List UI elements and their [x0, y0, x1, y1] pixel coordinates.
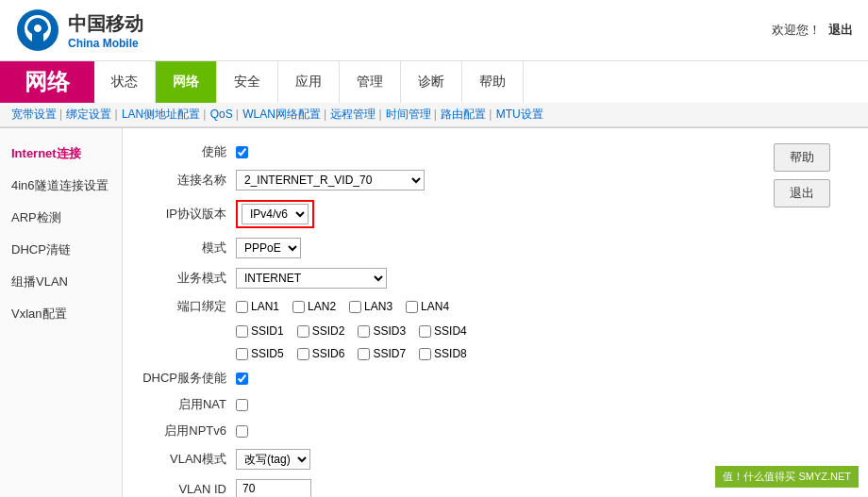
lan4-checkbox[interactable]	[406, 301, 418, 313]
ssid2-control: SSID5 SSID6 SSID7 SSID8	[236, 347, 467, 360]
ssid1-checkbox[interactable]	[236, 325, 248, 338]
ssid6[interactable]: SSID6	[297, 347, 345, 360]
row-conn-name: 连接名称 2_INTERNET_R_VID_70	[142, 170, 849, 191]
ip-protocol-select[interactable]: IPv4/v6 IPv4 IPv6	[242, 204, 309, 224]
nav-item-diagnosis[interactable]: 诊断	[401, 61, 462, 103]
subnav-remote[interactable]: 远程管理	[330, 108, 376, 121]
ssid5[interactable]: SSID5	[236, 347, 284, 360]
row-port-bind: 端口绑定 LAN1 LAN2 LAN3 LAN4	[142, 298, 849, 315]
subnav-broadband[interactable]: 宽带设置	[11, 108, 57, 121]
row-enable: 使能	[142, 143, 849, 160]
ssid2[interactable]: SSID2	[297, 324, 345, 338]
nat-label: 启用NAT	[142, 396, 236, 413]
logout-button[interactable]: 退出	[774, 179, 830, 207]
sidebar-item-dhcp[interactable]: DHCP清链	[0, 234, 122, 266]
row-ssid2: SSID5 SSID6 SSID7 SSID8	[142, 347, 849, 360]
dhcp-label: DHCP服务使能	[142, 370, 236, 387]
subnav-wlan[interactable]: WLAN网络配置	[242, 108, 321, 121]
service-label: 业务模式	[142, 270, 236, 287]
subnav-mtu[interactable]: MTU设置	[496, 108, 543, 121]
nptv6-checkbox[interactable]	[236, 425, 248, 438]
conn-name-label: 连接名称	[142, 172, 236, 189]
btn-group: 帮助 退出	[774, 143, 830, 207]
nav-item-status[interactable]: 状态	[94, 61, 156, 103]
nav-items: 状态 网络 安全 应用 管理 诊断 帮助	[94, 61, 868, 103]
nav-item-management[interactable]: 管理	[340, 61, 401, 103]
china-mobile-logo-icon	[15, 8, 60, 53]
lan3-checkbox[interactable]	[349, 301, 361, 313]
ssid1-control: SSID1 SSID2 SSID3 SSID4	[236, 324, 467, 338]
port-lan1[interactable]: LAN1	[236, 300, 279, 313]
ssid1[interactable]: SSID1	[236, 324, 284, 338]
row-mode: 模式 PPPoE Bridge IPoE	[142, 238, 849, 258]
vlan-id-label: VLAN ID	[142, 482, 236, 496]
nptv6-label: 启用NPTv6	[142, 422, 236, 439]
help-button[interactable]: 帮助	[774, 143, 830, 172]
vlan-id-input[interactable]	[236, 479, 311, 497]
subnav-time[interactable]: 时间管理	[386, 108, 431, 121]
header-logout-link[interactable]: 退出	[828, 23, 853, 37]
ssid3[interactable]: SSID3	[358, 324, 406, 338]
vlan-mode-select[interactable]: 改写(tag) 透传 不处理	[236, 449, 310, 470]
conn-name-select[interactable]: 2_INTERNET_R_VID_70	[236, 170, 425, 191]
mode-select[interactable]: PPPoE Bridge IPoE	[236, 238, 301, 258]
conn-name-control: 2_INTERNET_R_VID_70	[236, 170, 425, 191]
sidebar-item-vlan[interactable]: 组播VLAN	[0, 266, 122, 298]
dhcp-checkbox[interactable]	[236, 373, 248, 385]
row-ssid1: SSID1 SSID2 SSID3 SSID4	[142, 324, 849, 338]
sidebar-item-internet[interactable]: Internet连接	[0, 138, 122, 170]
enable-label: 使能	[142, 143, 236, 160]
vlan-mode-control: 改写(tag) 透传 不处理	[236, 449, 310, 470]
ip-protocol-label: IP协议版本	[142, 206, 236, 223]
lan2-checkbox[interactable]	[292, 301, 305, 313]
ssid6-checkbox[interactable]	[297, 348, 309, 360]
row-service: 业务模式 INTERNET OTHER	[142, 268, 849, 289]
main: 帮助 退出 使能 连接名称 2_INTERNET_R_VID_70	[123, 128, 868, 497]
sidebar-item-vxlan[interactable]: Vxlan配置	[0, 298, 122, 330]
nav-item-security[interactable]: 安全	[217, 61, 278, 103]
ssid5-checkbox[interactable]	[236, 348, 248, 360]
row-ip-protocol: IP协议版本 IPv4/v6 IPv4 IPv6	[142, 200, 849, 228]
sidebar-item-arp[interactable]: ARP检测	[0, 202, 122, 234]
port-bind-label: 端口绑定	[142, 298, 236, 315]
lan1-checkbox[interactable]	[236, 301, 248, 313]
ip-protocol-control: IPv4/v6 IPv4 IPv6	[236, 200, 314, 228]
mode-control: PPPoE Bridge IPoE	[236, 238, 301, 258]
enable-checkbox[interactable]	[236, 146, 248, 158]
ssid2-checkbox[interactable]	[297, 325, 309, 338]
ssid7[interactable]: SSID7	[358, 347, 406, 360]
subnav-lan[interactable]: LAN侧地址配置	[122, 108, 200, 121]
sidebar-item-4in6[interactable]: 4in6隧道连接设置	[0, 170, 122, 202]
ssid7-checkbox[interactable]	[358, 348, 370, 360]
subnav: 宽带设置| 绑定设置| LAN侧地址配置| QoS| WLAN网络配置| 远程管…	[0, 103, 868, 127]
ssid8-checkbox[interactable]	[419, 348, 431, 360]
page-title: 网络	[0, 61, 94, 103]
port-lan4[interactable]: LAN4	[406, 300, 449, 313]
sidebar: Internet连接 4in6隧道连接设置 ARP检测 DHCP清链 组播VLA…	[0, 128, 123, 497]
ssid4[interactable]: SSID4	[419, 324, 467, 338]
header: 中国移动 China Mobile 欢迎您！ 退出	[0, 0, 868, 61]
service-select[interactable]: INTERNET OTHER	[236, 268, 387, 289]
ssid3-checkbox[interactable]	[358, 325, 370, 338]
watermark: 值！什么值得买 SMYZ.NET	[715, 466, 859, 488]
port-lan2[interactable]: LAN2	[292, 300, 336, 313]
enable-control	[236, 146, 248, 158]
subnav-bind[interactable]: 绑定设置	[66, 108, 111, 121]
vlan-mode-label: VLAN模式	[142, 451, 236, 468]
nav-item-application[interactable]: 应用	[278, 61, 340, 103]
logo-text: 中国移动 China Mobile	[68, 11, 143, 50]
nav-item-help[interactable]: 帮助	[462, 61, 524, 103]
subnav-qos[interactable]: QoS	[210, 108, 233, 121]
mode-label: 模式	[142, 240, 236, 257]
logo-cn: 中国移动	[68, 11, 143, 37]
port-lan3[interactable]: LAN3	[349, 300, 392, 313]
navbar: 网络 状态 网络 安全 应用 管理 诊断 帮助 宽带设置| 绑定设置| LAN侧…	[0, 61, 868, 128]
nav-item-network[interactable]: 网络	[156, 61, 217, 103]
ssid4-checkbox[interactable]	[419, 325, 431, 338]
ssid8[interactable]: SSID8	[419, 347, 467, 360]
nat-checkbox[interactable]	[236, 399, 248, 411]
row-nat: 启用NAT	[142, 396, 849, 413]
subnav-route[interactable]: 路由配置	[441, 108, 486, 121]
row-dhcp: DHCP服务使能	[142, 370, 849, 387]
row-nptv6: 启用NPTv6	[142, 422, 849, 439]
